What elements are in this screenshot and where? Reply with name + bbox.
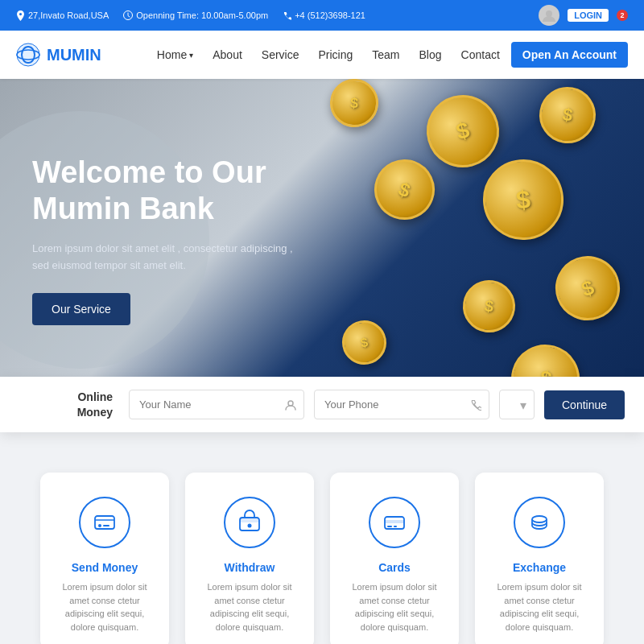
nav-service[interactable]: Service [254, 43, 308, 66]
withdraw-desc: Lorem ipsum dolor sit amet conse ctetur … [201, 580, 298, 634]
amount-select[interactable]: Amount $100 $500 $1000 [499, 390, 535, 419]
location-icon [16, 10, 25, 21]
online-money-bar: OnlineMoney Amount $100 $500 $1000 ▾ Con… [0, 377, 644, 432]
svg-rect-14 [387, 526, 392, 527]
services-section: Send Money Lorem ipsum dolor sit amet co… [0, 432, 644, 644]
service-card-withdraw: Withdraw Lorem ipsum dolor sit amet cons… [185, 473, 314, 644]
coin-2 [535, 82, 600, 147]
svg-rect-13 [385, 520, 404, 523]
hero-section: Welcome to Our Mumin Bank Lorem ipsum do… [0, 79, 644, 401]
exchange-icon [526, 510, 552, 535]
online-money-label: OnlineMoney [48, 390, 113, 419]
phone-input[interactable] [314, 390, 489, 419]
cards-title: Cards [378, 561, 411, 574]
withdraw-title: Withdraw [225, 561, 275, 574]
coin-6 [460, 277, 518, 336]
service-card-exchange: Exchange Lorem ipsum dolor sit amet cons… [475, 473, 604, 644]
avatar [539, 5, 559, 26]
hours-info: Openning Time: 10.00am-5.00pm [123, 10, 268, 20]
open-account-button[interactable]: Open An Account [511, 42, 628, 68]
coin-4 [365, 151, 443, 228]
name-input-wrap [129, 390, 304, 419]
top-bar-left: 27,Invato Road,USA Openning Time: 10.00a… [16, 10, 365, 21]
phone-icon [283, 11, 291, 20]
chevron-down-icon: ▾ [189, 51, 193, 60]
logo[interactable]: MUMIN [16, 43, 101, 67]
coin-3 [480, 156, 567, 243]
svg-rect-10 [240, 518, 259, 522]
send-money-icon-circle [79, 497, 130, 548]
coin-7 [339, 317, 390, 369]
phone-info: +4 (512)3698-121 [283, 10, 365, 20]
svg-point-1 [546, 10, 552, 17]
continue-button[interactable]: Continue [544, 390, 625, 419]
online-money-form: Amount $100 $500 $1000 ▾ Continue [129, 390, 625, 419]
hero-description: Lorem ipsum dolor sit amet elit , consec… [32, 241, 306, 275]
top-bar: 27,Invato Road,USA Openning Time: 10.00a… [0, 0, 644, 31]
service-card-send-money: Send Money Lorem ipsum dolor sit amet co… [40, 473, 169, 644]
clock-icon [123, 10, 133, 20]
coins-decoration [306, 79, 644, 401]
brand-name: MUMIN [47, 46, 101, 64]
service-card-cards: Cards Lorem ipsum dolor sit amet conse c… [330, 473, 459, 644]
send-money-desc: Lorem ipsum dolor sit amet conse ctetur … [56, 580, 153, 634]
exchange-desc: Lorem ipsum dolor sit amet conse ctetur … [491, 580, 588, 634]
withdraw-icon-circle [224, 497, 275, 548]
send-money-title: Send Money [72, 561, 138, 574]
login-button[interactable]: LOGIN [568, 9, 609, 22]
phone-input-icon [470, 399, 481, 411]
navbar: MUMIN Home ▾ About Service Pricing Team … [0, 31, 644, 79]
svg-rect-6 [95, 516, 114, 529]
exchange-icon-circle [514, 497, 565, 548]
hero-content: Welcome to Our Mumin Bank Lorem ipsum do… [0, 106, 338, 374]
name-input[interactable] [129, 390, 304, 419]
nav-links: Home ▾ About Service Pricing Team Blog C… [149, 42, 628, 68]
services-grid: Send Money Lorem ipsum dolor sit amet co… [32, 473, 612, 644]
amount-select-wrap: Amount $100 $500 $1000 ▾ [499, 390, 535, 419]
nav-home[interactable]: Home ▾ [149, 43, 201, 66]
exchange-title: Exchange [513, 561, 566, 574]
cards-desc: Lorem ipsum dolor sit amet conse ctetur … [346, 580, 443, 634]
nav-about[interactable]: About [204, 43, 250, 66]
hero-title: Welcome to Our Mumin Bank [32, 155, 306, 228]
coin-1 [419, 87, 507, 175]
send-money-icon [92, 510, 118, 535]
nav-contact[interactable]: Contact [453, 43, 508, 66]
our-service-button[interactable]: Our Service [32, 293, 130, 325]
phone-input-wrap [314, 390, 489, 419]
withdraw-icon [237, 510, 262, 535]
cards-icon-circle [369, 497, 420, 548]
address-info: 27,Invato Road,USA [16, 10, 109, 21]
nav-blog[interactable]: Blog [411, 43, 450, 66]
svg-point-7 [98, 524, 101, 527]
logo-icon [16, 43, 40, 67]
svg-point-11 [248, 524, 252, 528]
svg-rect-15 [394, 526, 397, 527]
coin-5 [547, 247, 630, 330]
svg-rect-8 [103, 525, 109, 526]
notification-badge: 2 [617, 10, 628, 21]
svg-point-5 [288, 401, 293, 406]
svg-point-16 [532, 516, 547, 522]
person-icon [285, 399, 296, 411]
cards-icon [382, 510, 407, 535]
top-bar-right: LOGIN 2 [539, 5, 628, 26]
nav-pricing[interactable]: Pricing [311, 43, 361, 66]
nav-team[interactable]: Team [364, 43, 407, 66]
